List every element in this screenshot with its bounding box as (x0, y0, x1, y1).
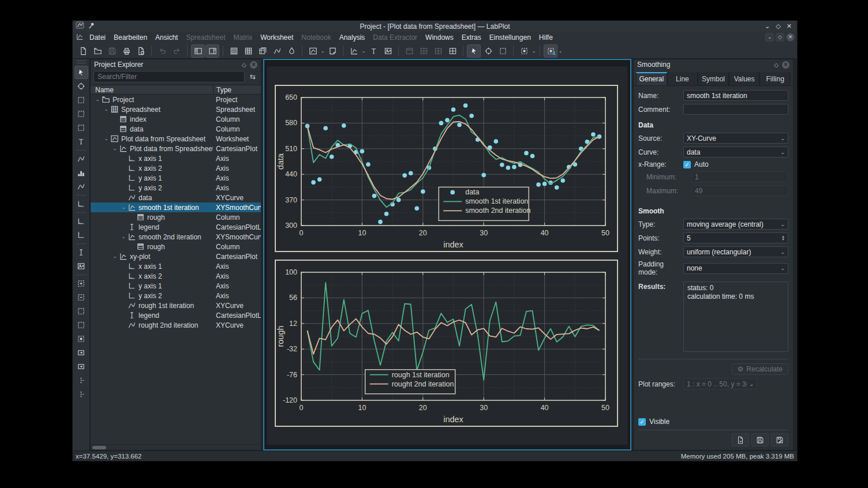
select-mode-button[interactable] (467, 44, 481, 58)
zoom-in-button[interactable] (74, 277, 88, 290)
print-preview-button[interactable] (134, 44, 148, 58)
expander-icon[interactable]: ⌄ (111, 146, 118, 151)
zoom-fit-button[interactable] (74, 332, 88, 346)
new-spreadsheet-button[interactable] (227, 44, 241, 58)
tree-row-x-axis-2[interactable]: x axis 2Axis (91, 271, 261, 281)
auto-checkbox[interactable]: ✓ Auto (683, 160, 709, 168)
tree-row-spreadsheet[interactable]: ⌄SpreadsheetSpreadsheet (91, 104, 261, 114)
tree-row-rough[interactable]: roughColumn (91, 242, 261, 251)
save-as-template-button[interactable] (771, 433, 788, 446)
new-worksheet-button[interactable] (306, 44, 320, 58)
zoom-x-select-button[interactable] (74, 107, 88, 121)
tab-line[interactable]: Line (667, 72, 698, 85)
mdi-minimize-icon[interactable]: ⌄ (765, 33, 774, 42)
tree-row-y-axis-2[interactable]: y axis 2Axis (91, 183, 261, 193)
xy-plot[interactable]: 01020304050-120-76-321256100indexroughro… (275, 260, 618, 427)
menu-einstellungen[interactable]: Einstellungen (485, 32, 535, 43)
add-histogram-button[interactable] (74, 166, 88, 179)
add-axis-button[interactable] (74, 197, 88, 211)
expander-icon[interactable]: ⌄ (120, 205, 127, 210)
float-dock-icon[interactable]: ◇ (774, 62, 779, 68)
horizontal-scrollbar[interactable] (91, 444, 261, 450)
toolbar-drag-handle[interactable] (77, 61, 86, 63)
float-dock-icon[interactable]: ◇ (242, 62, 246, 68)
tab-general[interactable]: General (636, 72, 667, 85)
source-select[interactable]: XY-Curve⌄ (683, 133, 788, 144)
crosshair-mode-button[interactable] (481, 44, 495, 58)
tree-row-x-axis-1[interactable]: x axis 1Axis (91, 153, 261, 163)
expander-icon[interactable]: ⌄ (111, 254, 118, 259)
tree-row-y-axis-1[interactable]: y axis 1Axis (91, 173, 261, 183)
mdi-restore-icon[interactable]: ◇ (776, 33, 784, 42)
mdi-close-icon[interactable]: ✕ (786, 33, 795, 42)
spinbox-arrows-icon[interactable]: ▲▼ (781, 235, 785, 241)
new-plot-button[interactable] (347, 44, 361, 58)
expander-icon[interactable]: ⌄ (120, 234, 127, 239)
tree-row-rough[interactable]: roughColumn (91, 212, 261, 222)
tree-row-smooth-2nd-iteration[interactable]: ⌄smooth 2nd iterationXYSmoothCurve (91, 232, 261, 242)
zoom-select-button[interactable] (74, 93, 88, 107)
toggle-project-explorer-button[interactable] (191, 44, 205, 58)
add-image-button[interactable] (74, 260, 88, 273)
chevron-down-icon[interactable]: ⌄ (558, 48, 563, 54)
new-matrix-button[interactable] (241, 44, 255, 58)
tree-row-x-axis-1[interactable]: x axis 1Axis (91, 261, 261, 271)
save-button[interactable] (751, 433, 769, 446)
curve-select[interactable]: data⌄ (683, 147, 788, 157)
tile-windows-button[interactable] (446, 44, 459, 58)
shift-right-x-button[interactable] (74, 360, 88, 373)
tree-row-xy-plot[interactable]: ⌄xy-plotCartesianPlot (91, 251, 261, 261)
chevron-down-icon[interactable]: ⌄ (361, 48, 366, 54)
checkbox-checked-icon[interactable]: ✓ (683, 161, 691, 168)
name-field[interactable] (683, 90, 788, 101)
worksheet-view[interactable]: 01020304050300370440510580650indexdatada… (263, 59, 631, 451)
tree-row-project[interactable]: ⌄ProjectProject (91, 95, 261, 104)
crosshair-mode-button[interactable] (74, 80, 88, 93)
zoom-select-mode-button[interactable] (496, 44, 510, 58)
close-dock-icon[interactable]: ✕ (782, 61, 790, 69)
tab-values[interactable]: Values (729, 72, 760, 85)
new-document-button[interactable] (76, 44, 90, 58)
tree-row-legend[interactable]: legendCartesianPlotLegend (91, 310, 261, 320)
menu-worksheet[interactable]: Worksheet (256, 32, 297, 43)
tree-row-data[interactable]: dataXYCurve (91, 193, 261, 202)
project-explorer-header[interactable]: Project Explorer ◇ ✕ (91, 59, 261, 70)
pin-icon[interactable] (88, 21, 95, 32)
column-header-type[interactable]: Type (213, 85, 261, 94)
add-text-label-button[interactable] (74, 246, 88, 259)
shift-down-y-button[interactable] (74, 388, 88, 401)
print-button[interactable] (119, 44, 133, 58)
add-vertical-axis-button[interactable] (74, 228, 88, 242)
close-icon[interactable]: ✕ (787, 21, 792, 32)
add-curve-button[interactable] (74, 152, 88, 166)
new-text-label-button[interactable] (366, 44, 380, 58)
expander-icon[interactable]: ⌄ (103, 107, 110, 112)
tree-row-rought-2nd-iteration[interactable]: rought 2nd iterationXYCurve (91, 320, 261, 330)
tree-row-x-axis-2[interactable]: x axis 2Axis (91, 163, 261, 173)
menu-windows[interactable]: Windows (421, 32, 458, 43)
add-horizontal-axis-button[interactable] (74, 215, 88, 228)
tree-row-index[interactable]: indexColumn (91, 114, 261, 124)
visible-checkbox[interactable]: ✓ Visible (638, 418, 669, 426)
select-mode-button[interactable] (74, 66, 88, 79)
new-workbook-button[interactable] (256, 44, 270, 58)
zoom-out-button[interactable] (74, 291, 88, 304)
magnification-button[interactable] (517, 44, 531, 58)
tab-filling[interactable]: Filling (760, 72, 791, 85)
weight-select[interactable]: uniform (rectangular)⌄ (683, 246, 788, 257)
zoom-fit-selection-button[interactable] (74, 318, 88, 332)
tab-symbol[interactable]: Symbol (698, 72, 729, 85)
tree-row-y-axis-2[interactable]: y axis 2Axis (91, 291, 261, 301)
menu-bearbeiten[interactable]: Bearbeiten (110, 32, 151, 43)
new-note-button[interactable] (326, 44, 339, 58)
new-datapicker-button[interactable] (285, 44, 298, 58)
maximize-icon[interactable]: ◇ (776, 21, 780, 32)
load-template-button[interactable] (732, 433, 749, 446)
tree-row-rough-1st-iteration[interactable]: rough 1st iterationXYCurve (91, 301, 261, 310)
plot-data-from-spreadsheet-plot[interactable]: 01020304050300370440510580650indexdatada… (275, 85, 618, 252)
tree-row-smooth-1st-iteration[interactable]: ⌄smooth 1st iterationXYSmoothCurve (91, 202, 261, 212)
search-input[interactable] (93, 71, 245, 82)
new-live-data-source-button[interactable] (270, 44, 284, 58)
close-dock-icon[interactable]: ✕ (250, 61, 257, 69)
type-select[interactable]: moving average (central)⌄ (683, 219, 788, 230)
